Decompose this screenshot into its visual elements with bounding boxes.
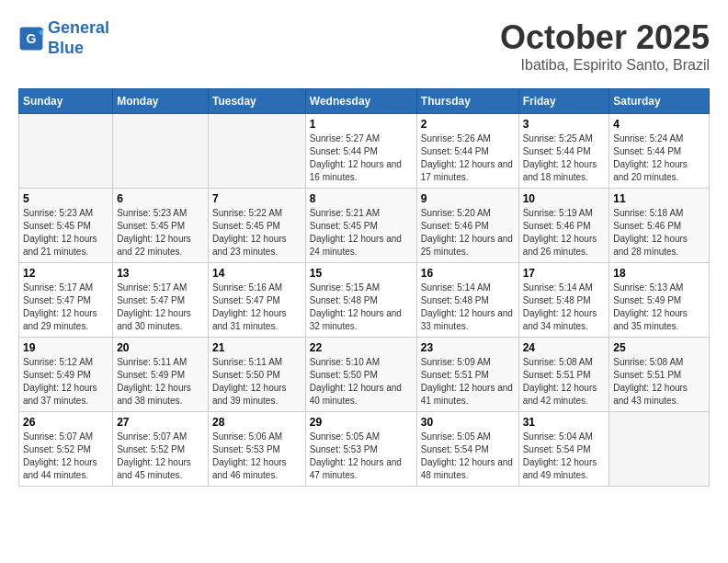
calendar-week-row: 19Sunrise: 5:12 AM Sunset: 5:49 PM Dayli… — [19, 338, 710, 412]
weekday-header: Saturday — [609, 89, 710, 114]
day-number: 18 — [613, 267, 705, 280]
calendar-cell: 16Sunrise: 5:14 AM Sunset: 5:48 PM Dayli… — [416, 263, 518, 338]
calendar-cell: 23Sunrise: 5:09 AM Sunset: 5:51 PM Dayli… — [416, 338, 518, 412]
calendar-cell: 7Sunrise: 5:22 AM Sunset: 5:45 PM Daylig… — [209, 189, 306, 263]
page-header: G General Blue October 2025 Ibatiba, Esp… — [18, 18, 710, 74]
calendar-week-row: 5Sunrise: 5:23 AM Sunset: 5:45 PM Daylig… — [19, 189, 710, 263]
calendar-cell: 22Sunrise: 5:10 AM Sunset: 5:50 PM Dayli… — [305, 338, 416, 412]
day-info: Sunrise: 5:17 AM Sunset: 5:47 PM Dayligh… — [23, 282, 108, 333]
day-info: Sunrise: 5:09 AM Sunset: 5:51 PM Dayligh… — [421, 356, 515, 408]
day-number: 10 — [523, 192, 606, 205]
calendar-cell: 5Sunrise: 5:23 AM Sunset: 5:45 PM Daylig… — [19, 189, 113, 263]
calendar-cell: 17Sunrise: 5:14 AM Sunset: 5:48 PM Dayli… — [518, 263, 609, 338]
day-number: 2 — [421, 118, 515, 131]
day-info: Sunrise: 5:22 AM Sunset: 5:45 PM Dayligh… — [212, 207, 301, 259]
calendar-cell: 21Sunrise: 5:11 AM Sunset: 5:50 PM Dayli… — [209, 338, 306, 412]
day-info: Sunrise: 5:24 AM Sunset: 5:44 PM Dayligh… — [613, 132, 705, 184]
calendar-week-row: 26Sunrise: 5:07 AM Sunset: 5:52 PM Dayli… — [19, 412, 710, 487]
day-info: Sunrise: 5:08 AM Sunset: 5:51 PM Dayligh… — [523, 356, 606, 408]
day-number: 17 — [523, 267, 606, 280]
day-number: 7 — [212, 192, 301, 205]
day-number: 23 — [421, 341, 515, 354]
logo-text: General Blue — [48, 18, 109, 58]
calendar-cell — [19, 114, 113, 189]
weekday-header: Tuesday — [209, 89, 306, 114]
calendar-cell — [609, 412, 710, 487]
day-number: 22 — [310, 341, 413, 354]
day-number: 8 — [310, 192, 413, 205]
day-number: 12 — [23, 267, 108, 280]
calendar-table: SundayMondayTuesdayWednesdayThursdayFrid… — [18, 88, 710, 487]
calendar-cell: 26Sunrise: 5:07 AM Sunset: 5:52 PM Dayli… — [19, 412, 113, 487]
day-number: 21 — [212, 341, 301, 354]
day-info: Sunrise: 5:06 AM Sunset: 5:53 PM Dayligh… — [212, 431, 301, 482]
day-info: Sunrise: 5:11 AM Sunset: 5:50 PM Dayligh… — [212, 356, 301, 408]
day-info: Sunrise: 5:05 AM Sunset: 5:53 PM Dayligh… — [310, 431, 413, 482]
day-info: Sunrise: 5:16 AM Sunset: 5:47 PM Dayligh… — [212, 282, 301, 333]
day-info: Sunrise: 5:23 AM Sunset: 5:45 PM Dayligh… — [23, 207, 108, 259]
weekday-header-row: SundayMondayTuesdayWednesdayThursdayFrid… — [19, 89, 710, 114]
title-section: October 2025 Ibatiba, Espirito Santo, Br… — [500, 18, 710, 74]
calendar-cell: 6Sunrise: 5:23 AM Sunset: 5:45 PM Daylig… — [113, 189, 209, 263]
day-info: Sunrise: 5:11 AM Sunset: 5:49 PM Dayligh… — [117, 356, 204, 408]
calendar-cell: 8Sunrise: 5:21 AM Sunset: 5:45 PM Daylig… — [305, 189, 416, 263]
day-info: Sunrise: 5:04 AM Sunset: 5:54 PM Dayligh… — [523, 431, 606, 482]
weekday-header: Wednesday — [305, 89, 416, 114]
calendar-cell: 19Sunrise: 5:12 AM Sunset: 5:49 PM Dayli… — [19, 338, 113, 412]
calendar-cell: 31Sunrise: 5:04 AM Sunset: 5:54 PM Dayli… — [518, 412, 609, 487]
logo: G General Blue — [18, 18, 109, 58]
day-info: Sunrise: 5:10 AM Sunset: 5:50 PM Dayligh… — [310, 356, 413, 408]
day-info: Sunrise: 5:14 AM Sunset: 5:48 PM Dayligh… — [523, 282, 606, 333]
calendar-cell: 18Sunrise: 5:13 AM Sunset: 5:49 PM Dayli… — [609, 263, 710, 338]
day-number: 30 — [421, 416, 515, 429]
day-info: Sunrise: 5:26 AM Sunset: 5:44 PM Dayligh… — [421, 132, 515, 184]
day-info: Sunrise: 5:15 AM Sunset: 5:48 PM Dayligh… — [310, 282, 413, 333]
calendar-cell — [113, 114, 209, 189]
weekday-header: Friday — [518, 89, 609, 114]
day-number: 1 — [310, 118, 413, 131]
day-info: Sunrise: 5:18 AM Sunset: 5:46 PM Dayligh… — [613, 207, 705, 259]
calendar-week-row: 12Sunrise: 5:17 AM Sunset: 5:47 PM Dayli… — [19, 263, 710, 338]
day-number: 15 — [310, 267, 413, 280]
calendar-cell: 3Sunrise: 5:25 AM Sunset: 5:44 PM Daylig… — [518, 114, 609, 189]
weekday-header: Thursday — [416, 89, 518, 114]
weekday-header: Sunday — [19, 89, 113, 114]
calendar-cell: 9Sunrise: 5:20 AM Sunset: 5:46 PM Daylig… — [416, 189, 518, 263]
day-number: 28 — [212, 416, 301, 429]
day-number: 5 — [23, 192, 108, 205]
day-number: 20 — [117, 341, 204, 354]
calendar-subtitle: Ibatiba, Espirito Santo, Brazil — [500, 57, 710, 74]
day-number: 16 — [421, 267, 515, 280]
calendar-cell: 30Sunrise: 5:05 AM Sunset: 5:54 PM Dayli… — [416, 412, 518, 487]
calendar-cell: 25Sunrise: 5:08 AM Sunset: 5:51 PM Dayli… — [609, 338, 710, 412]
day-number: 4 — [613, 118, 705, 131]
svg-text:G: G — [27, 30, 37, 45]
calendar-cell: 2Sunrise: 5:26 AM Sunset: 5:44 PM Daylig… — [416, 114, 518, 189]
day-number: 27 — [117, 416, 204, 429]
calendar-cell: 13Sunrise: 5:17 AM Sunset: 5:47 PM Dayli… — [113, 263, 209, 338]
day-number: 26 — [23, 416, 108, 429]
day-info: Sunrise: 5:17 AM Sunset: 5:47 PM Dayligh… — [117, 282, 204, 333]
logo-icon: G — [18, 26, 44, 52]
day-number: 9 — [421, 192, 515, 205]
day-info: Sunrise: 5:19 AM Sunset: 5:46 PM Dayligh… — [523, 207, 606, 259]
calendar-cell: 15Sunrise: 5:15 AM Sunset: 5:48 PM Dayli… — [305, 263, 416, 338]
day-number: 11 — [613, 192, 705, 205]
day-info: Sunrise: 5:20 AM Sunset: 5:46 PM Dayligh… — [421, 207, 515, 259]
day-number: 19 — [23, 341, 108, 354]
day-number: 24 — [523, 341, 606, 354]
day-info: Sunrise: 5:07 AM Sunset: 5:52 PM Dayligh… — [23, 431, 108, 482]
calendar-cell: 12Sunrise: 5:17 AM Sunset: 5:47 PM Dayli… — [19, 263, 113, 338]
calendar-cell: 1Sunrise: 5:27 AM Sunset: 5:44 PM Daylig… — [305, 114, 416, 189]
day-info: Sunrise: 5:25 AM Sunset: 5:44 PM Dayligh… — [523, 132, 606, 184]
day-info: Sunrise: 5:27 AM Sunset: 5:44 PM Dayligh… — [310, 132, 413, 184]
day-number: 29 — [310, 416, 413, 429]
calendar-title: October 2025 — [500, 18, 710, 57]
day-info: Sunrise: 5:23 AM Sunset: 5:45 PM Dayligh… — [117, 207, 204, 259]
day-info: Sunrise: 5:14 AM Sunset: 5:48 PM Dayligh… — [421, 282, 515, 333]
day-number: 25 — [613, 341, 705, 354]
day-info: Sunrise: 5:08 AM Sunset: 5:51 PM Dayligh… — [613, 356, 705, 408]
calendar-week-row: 1Sunrise: 5:27 AM Sunset: 5:44 PM Daylig… — [19, 114, 710, 189]
day-number: 3 — [523, 118, 606, 131]
day-number: 6 — [117, 192, 204, 205]
